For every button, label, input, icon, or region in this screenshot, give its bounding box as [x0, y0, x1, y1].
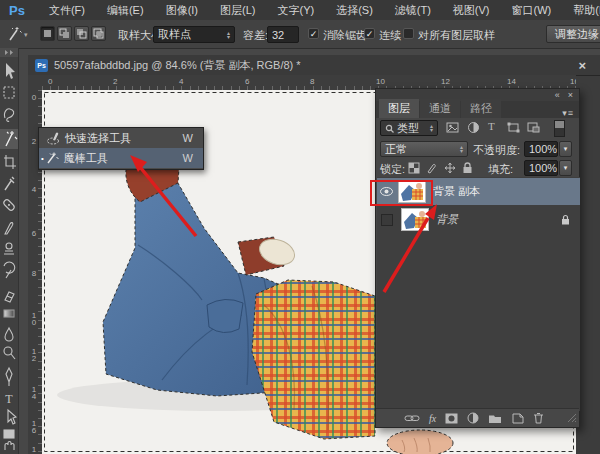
current-tool-dot: • — [41, 154, 44, 163]
filter-type-dropdown[interactable]: 类型 ▴▾ — [380, 120, 438, 136]
document-title-bar[interactable]: Ps 50597afabddbd.jpg @ 84.6% (背景 副本, RGB… — [28, 55, 600, 76]
tolerance-value: 32 — [272, 29, 284, 41]
menu-layer[interactable]: 图层(L) — [209, 0, 266, 20]
lock-transparent-icon[interactable] — [408, 162, 420, 174]
layer-thumbnail[interactable] — [401, 208, 429, 231]
lock-position-icon[interactable] — [444, 162, 456, 174]
layers-panel-bottom-bar: fx — [376, 408, 579, 427]
lock-all-icon[interactable] — [462, 162, 473, 174]
tolerance-input[interactable]: 32 — [267, 26, 299, 43]
ruler-label: 12 — [30, 348, 38, 362]
new-layer-icon[interactable] — [512, 413, 524, 424]
fill-caret-button[interactable]: ▾ — [559, 160, 572, 176]
shortcut-label: W — [183, 132, 193, 144]
menu-filter[interactable]: 滤镜(T) — [384, 0, 442, 20]
photoshop-logo: Ps — [0, 3, 38, 18]
toolbar-icons[interactable]: T — [0, 48, 18, 454]
menu-window[interactable]: 窗口(W) — [501, 0, 563, 20]
filter-smart-objects-icon[interactable] — [527, 121, 540, 134]
type-tool-icon: T — [5, 392, 13, 406]
menu-file[interactable]: 文件(F) — [38, 0, 96, 20]
opacity-label: 不透明度: — [473, 143, 520, 158]
adjustment-layer-icon[interactable] — [467, 412, 479, 424]
layer-filter-row: 类型 ▴▾ T — [376, 118, 579, 139]
sample-size-dropdown[interactable]: 取样点 ▴▾ — [153, 26, 235, 43]
tools-panel: T — [0, 48, 19, 454]
menu-item-quick-selection-tool[interactable]: 快速选择工具 W — [39, 128, 203, 148]
tab-paths[interactable]: 路径 — [461, 99, 501, 118]
filter-type-value: 类型 — [397, 121, 419, 136]
layer-name[interactable]: 背景 — [436, 212, 458, 227]
tab-layers[interactable]: 图层 — [379, 99, 419, 118]
visibility-toggle-off[interactable] — [381, 214, 393, 226]
quick-selection-tool-icon — [46, 131, 60, 145]
layer-row-background-copy[interactable]: 背景 副本 — [377, 178, 580, 205]
intersect-selection-mode-button[interactable] — [91, 26, 106, 41]
photoshop-app: { "menubar": { "logo": "Ps", "items": [ … — [0, 0, 600, 454]
ruler-label: 14 — [507, 77, 516, 86]
brush-tool-icon — [5, 223, 13, 234]
opacity-caret-button[interactable]: ▾ — [559, 141, 572, 157]
opacity-value[interactable]: 100% — [524, 141, 558, 157]
sample-all-layers-label[interactable]: 对所有图层取样 — [418, 28, 495, 43]
menu-help[interactable]: 帮助(H) — [562, 0, 600, 20]
menu-image[interactable]: 图像(I) — [155, 0, 209, 20]
menu-type[interactable]: 文字(Y) — [266, 0, 325, 20]
tool-preset-caret-icon[interactable]: ▾ — [24, 31, 28, 39]
filter-adjustment-layers-icon[interactable] — [467, 121, 480, 134]
filter-toggle-switch[interactable] — [554, 120, 565, 137]
menu-view[interactable]: 视图(V) — [442, 0, 501, 20]
ruler-label: 14 — [30, 386, 38, 400]
blend-mode-dropdown[interactable]: 正常 ▴▾ — [380, 141, 468, 157]
new-selection-mode-button[interactable] — [40, 26, 55, 41]
fill-value[interactable]: 100% — [524, 160, 558, 176]
healing-brush-tool-icon — [3, 199, 16, 212]
ruler-label: 4 — [179, 77, 183, 86]
visibility-toggle[interactable] — [377, 187, 395, 196]
dropdown-spinner-icon: ▴▾ — [227, 31, 230, 39]
filter-type-layers-icon[interactable]: T — [488, 120, 495, 132]
sample-all-layers-checkbox[interactable] — [403, 28, 414, 39]
menu-item-magic-wand-tool[interactable]: • 魔棒工具 W — [39, 148, 203, 168]
document-close-icon[interactable]: × — [578, 58, 586, 73]
lock-pixels-icon[interactable] — [426, 162, 438, 174]
link-layers-icon[interactable] — [404, 413, 420, 423]
blend-row: 正常 ▴▾ 不透明度: 100% ▾ — [376, 139, 579, 159]
shape-tool-icon — [4, 430, 14, 438]
filter-pixel-layers-icon[interactable] — [446, 121, 459, 134]
layer-style-icon[interactable]: fx — [429, 413, 436, 424]
contiguous-checkbox[interactable]: ✓ — [364, 28, 375, 39]
anti-alias-checkbox[interactable]: ✓ — [308, 28, 319, 39]
refine-edge-button[interactable]: 调整边缘 — [546, 25, 600, 43]
panel-menu-icon[interactable]: ▾≡ — [562, 108, 579, 118]
tab-channels[interactable]: 通道 — [420, 99, 460, 118]
toolbar-collapse-strip — [0, 48, 18, 57]
marquee-tool-icon — [4, 87, 14, 98]
filter-shape-layers-icon[interactable] — [507, 121, 520, 134]
magic-wand-tool-icon[interactable] — [5, 25, 23, 43]
menu-edit[interactable]: 编辑(E) — [96, 0, 155, 20]
contiguous-label[interactable]: 连续 — [379, 28, 401, 43]
lock-row: 锁定: 填充: 100% ▾ — [376, 159, 579, 178]
ruler-label: 16 — [570, 77, 576, 86]
menu-select[interactable]: 选择(S) — [325, 0, 384, 20]
crop-tool-icon — [4, 155, 16, 169]
panel-close-icon[interactable]: × — [568, 90, 573, 100]
delete-layer-icon[interactable] — [533, 412, 544, 424]
layer-name[interactable]: 背景 副本 — [433, 184, 480, 199]
ruler-label: 10 — [376, 77, 385, 86]
panel-collapse-icon[interactable]: « — [555, 90, 560, 100]
subtract-from-selection-mode-button[interactable] — [74, 26, 89, 41]
new-group-icon[interactable] — [488, 413, 502, 424]
add-to-selection-mode-button[interactable] — [57, 26, 72, 41]
ruler-label: 2 — [113, 77, 117, 86]
panel-resize-grip[interactable] — [567, 413, 577, 423]
ruler-corner[interactable] — [28, 75, 43, 91]
layer-thumbnail[interactable] — [398, 180, 426, 203]
ruler-label: 16 — [30, 420, 38, 434]
layer-row-background[interactable]: 背景 — [377, 206, 580, 233]
layer-mask-icon[interactable] — [445, 413, 458, 424]
shortcut-label: W — [183, 152, 193, 164]
ruler-label: 8 — [30, 270, 38, 277]
anti-alias-label[interactable]: 消除锯齿 — [323, 28, 367, 43]
